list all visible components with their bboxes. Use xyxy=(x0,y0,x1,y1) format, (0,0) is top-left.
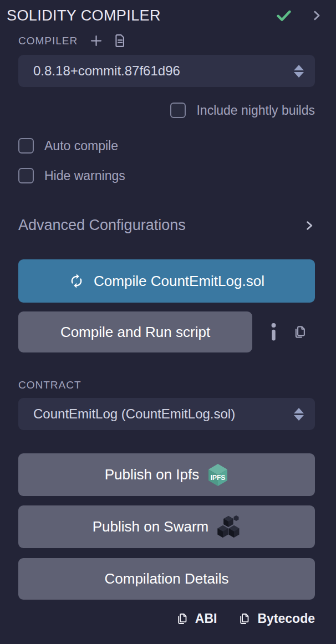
compiler-version-value: 0.8.18+commit.87f61d96 xyxy=(33,63,180,79)
compilation-details-button[interactable]: Compilation Details xyxy=(18,558,315,600)
hide-warnings-checkbox[interactable] xyxy=(18,168,34,183)
copy-footer: ABI Bytecode xyxy=(18,611,315,626)
solidity-compiler-panel: SOLIDITY COMPILER COMPILER xyxy=(0,0,336,644)
contract-label: CONTRACT xyxy=(18,379,315,391)
auto-compile-option[interactable]: Auto compile xyxy=(18,138,315,154)
sync-icon xyxy=(69,273,84,289)
compile-button-label: Compile CountEmitLog.sol xyxy=(94,273,264,290)
copy-script-icon[interactable] xyxy=(293,324,308,340)
abi-label: ABI xyxy=(195,611,217,626)
compile-and-run-label: Compile and Run script xyxy=(60,324,210,341)
contract-select-value: CountEmitLog (CountEmitLog.sol) xyxy=(33,406,235,422)
publish-swarm-label: Publish on Swarm xyxy=(93,518,209,535)
compile-button[interactable]: Compile CountEmitLog.sol xyxy=(18,259,315,303)
auto-compile-checkbox[interactable] xyxy=(18,138,34,154)
select-caret-icon xyxy=(294,408,304,421)
bytecode-label: Bytecode xyxy=(257,611,315,626)
panel-header: SOLIDITY COMPILER xyxy=(0,6,336,24)
auto-compile-label[interactable]: Auto compile xyxy=(44,139,118,154)
advanced-configurations-toggle[interactable]: Advanced Configurations xyxy=(18,217,315,234)
hide-warnings-label[interactable]: Hide warnings xyxy=(44,168,125,183)
compile-success-check-icon xyxy=(275,7,293,24)
publish-ipfs-button[interactable]: Publish on Ipfs IPFS xyxy=(18,453,315,496)
copy-abi-button[interactable]: ABI xyxy=(176,611,217,626)
add-custom-compiler-icon[interactable] xyxy=(89,33,104,48)
panel-title: SOLIDITY COMPILER xyxy=(7,7,275,24)
ipfs-icon: IPFS xyxy=(207,463,228,487)
copy-icon xyxy=(238,611,251,626)
swarm-icon xyxy=(216,515,241,539)
nightly-builds-label[interactable]: Include nightly builds xyxy=(196,103,315,118)
compile-run-row: Compile and Run script xyxy=(18,311,315,352)
copy-bytecode-button[interactable]: Bytecode xyxy=(238,611,315,626)
advanced-configurations-label: Advanced Configurations xyxy=(18,217,186,234)
nightly-builds-checkbox[interactable] xyxy=(170,103,186,118)
contract-select[interactable]: CountEmitLog (CountEmitLog.sol) xyxy=(18,398,315,430)
info-icon[interactable] xyxy=(269,323,278,341)
svg-text:IPFS: IPFS xyxy=(211,474,226,482)
compiler-version-select[interactable]: 0.8.18+commit.87f61d96 xyxy=(18,55,315,87)
collapse-panel-chevron-right-icon[interactable] xyxy=(310,9,323,22)
select-caret-icon xyxy=(294,65,304,78)
hide-warnings-option[interactable]: Hide warnings xyxy=(18,168,315,183)
compile-and-run-button[interactable]: Compile and Run script xyxy=(18,311,252,352)
publish-ipfs-label: Publish on Ipfs xyxy=(105,466,200,483)
advanced-chevron-right-icon xyxy=(304,219,315,232)
compilation-details-label: Compilation Details xyxy=(105,570,229,587)
compiler-section-header: COMPILER xyxy=(18,33,315,48)
nightly-builds-option[interactable]: Include nightly builds xyxy=(18,103,315,118)
open-file-icon[interactable] xyxy=(113,33,128,48)
copy-icon xyxy=(176,611,189,626)
compiler-label: COMPILER xyxy=(18,35,78,47)
publish-swarm-button[interactable]: Publish on Swarm xyxy=(18,505,315,548)
